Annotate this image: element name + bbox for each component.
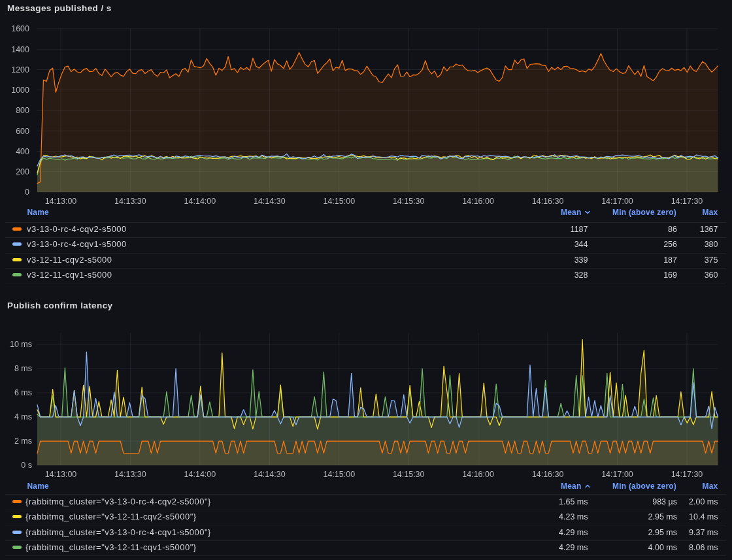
svg-text:0: 0 [25,188,29,197]
svg-text:14:16:00: 14:16:00 [462,470,494,479]
svg-text:14:14:00: 14:14:00 [184,197,216,206]
svg-text:800: 800 [16,106,29,115]
svg-text:1400: 1400 [11,45,29,54]
svg-text:14:13:30: 14:13:30 [114,470,146,479]
svg-text:400: 400 [16,147,29,156]
svg-text:14:14:30: 14:14:30 [254,470,286,479]
svg-text:4 ms: 4 ms [14,412,32,421]
svg-text:14:13:30: 14:13:30 [114,197,146,206]
svg-text:0 s: 0 s [21,461,32,470]
svg-text:8 ms: 8 ms [14,364,32,373]
svg-text:6 ms: 6 ms [14,388,32,397]
svg-text:1000: 1000 [11,86,29,95]
svg-text:14:15:30: 14:15:30 [393,197,425,206]
svg-text:600: 600 [16,127,29,136]
svg-text:14:16:30: 14:16:30 [532,197,564,206]
svg-text:14:13:00: 14:13:00 [45,470,77,479]
svg-text:2 ms: 2 ms [14,436,32,446]
svg-text:1600: 1600 [11,24,29,33]
svg-text:14:16:30: 14:16:30 [532,470,564,479]
svg-text:200: 200 [16,167,29,176]
svg-text:14:15:00: 14:15:00 [323,470,355,479]
svg-text:14:17:00: 14:17:00 [601,470,633,479]
svg-text:14:17:30: 14:17:30 [671,470,703,479]
svg-text:14:15:30: 14:15:30 [393,470,425,479]
svg-text:14:15:00: 14:15:00 [323,197,355,206]
svg-text:14:14:30: 14:14:30 [254,197,286,206]
svg-text:10 ms: 10 ms [10,340,32,349]
svg-text:14:14:00: 14:14:00 [184,470,216,479]
svg-text:14:17:00: 14:17:00 [601,197,633,206]
svg-text:14:17:30: 14:17:30 [671,197,703,206]
svg-text:14:16:00: 14:16:00 [462,197,494,206]
svg-text:1200: 1200 [11,65,29,74]
svg-text:14:13:00: 14:13:00 [45,197,77,206]
